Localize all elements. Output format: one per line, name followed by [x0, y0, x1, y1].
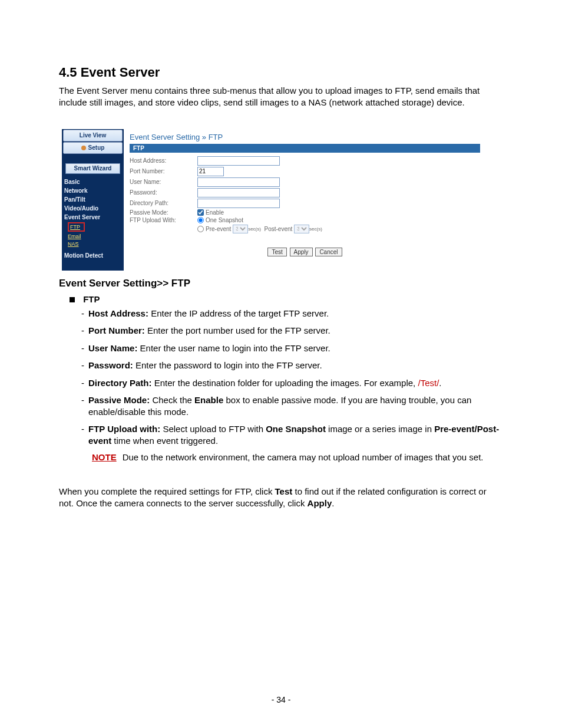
- intro-paragraph: The Event Server menu contains three sub…: [59, 85, 503, 109]
- content-panel: Event Server Setting » FTP FTP Host Addr…: [124, 129, 486, 271]
- label-host: Host Address:: [130, 157, 197, 164]
- page-number: - 34 -: [0, 695, 562, 704]
- test-button[interactable]: Test: [267, 248, 286, 256]
- radio-one-snapshot-label: One Snapshot: [206, 217, 243, 223]
- checkbox-passive-enable[interactable]: [197, 209, 204, 216]
- label-port: Port Number:: [130, 168, 197, 174]
- nav-network[interactable]: Network: [62, 186, 124, 195]
- secs-label-1: sec(s): [248, 226, 261, 232]
- nav-pan-tilt[interactable]: Pan/Tilt: [62, 195, 124, 204]
- label-user: User Name:: [130, 179, 197, 185]
- label-upload-with: FTP Upload With:: [130, 217, 197, 223]
- radio-postevent-label: Post-event: [264, 226, 292, 232]
- nav-video-audio[interactable]: Video/Audio: [62, 204, 124, 213]
- label-passive: Passive Mode:: [130, 209, 197, 216]
- item-password: Password: Enter the password to login in…: [81, 360, 503, 371]
- item-host: Host Address: Enter the IP address of th…: [81, 308, 503, 319]
- embedded-screenshot: Live View Setup Smart Wizard Basic Netwo…: [62, 129, 486, 271]
- closing-paragraph: When you complete the required settings …: [59, 486, 503, 510]
- cancel-button[interactable]: Cancel: [315, 248, 342, 256]
- nav-sub-nas[interactable]: NAS: [68, 240, 124, 248]
- nav-motion-detect[interactable]: Motion Detect: [62, 251, 124, 260]
- input-directory-path[interactable]: [197, 199, 280, 208]
- note-text: Due to the network environment, the came…: [123, 452, 484, 462]
- smart-wizard-button[interactable]: Smart Wizard: [65, 163, 120, 174]
- nav-basic[interactable]: Basic: [62, 177, 124, 186]
- tab-setup[interactable]: Setup: [63, 142, 123, 154]
- radio-preevent-label: Pre-event: [206, 226, 231, 232]
- item-directory: Directory Path: Enter the destination fo…: [81, 377, 503, 389]
- item-passive: Passive Mode: Check the Enable box to en…: [81, 394, 503, 417]
- nav-sub-ftp-link[interactable]: FTP: [70, 224, 80, 230]
- tab-live-view[interactable]: Live View: [63, 130, 123, 141]
- section-heading: 4.5 Event Server: [59, 65, 503, 80]
- input-password[interactable]: [197, 188, 280, 197]
- checkbox-passive-enable-label: Enable: [206, 209, 224, 216]
- bullet-ftp: FTP Host Address: Enter the IP address o…: [70, 294, 503, 463]
- note-label: NOTE: [92, 452, 117, 462]
- nav-sub-email[interactable]: Email: [68, 232, 124, 240]
- item-user: User Name: Enter the user name to login …: [81, 342, 503, 354]
- radio-pre-post-event[interactable]: [197, 226, 204, 232]
- button-bar: Test Apply Cancel: [130, 248, 480, 256]
- label-directory: Directory Path:: [130, 200, 197, 206]
- input-user-name[interactable]: [197, 177, 280, 187]
- select-postevent-seconds[interactable]: 3: [294, 225, 309, 233]
- sidebar: Live View Setup Smart Wizard Basic Netwo…: [62, 129, 124, 271]
- bullet-ftp-label: FTP: [83, 294, 100, 304]
- subsection-heading: Event Server Setting>> FTP: [59, 278, 503, 289]
- input-host-address[interactable]: [197, 156, 280, 166]
- apply-button[interactable]: Apply: [290, 248, 313, 256]
- label-password: Password:: [130, 189, 197, 196]
- select-preevent-seconds[interactable]: 3: [233, 225, 248, 233]
- note: NOTEDue to the network environment, the …: [92, 452, 503, 462]
- breadcrumb: Event Server Setting » FTP: [130, 133, 480, 141]
- input-port-number[interactable]: [197, 167, 224, 176]
- nav-sub-ftp[interactable]: FTP: [68, 222, 124, 232]
- secs-label-2: sec(s): [309, 226, 322, 232]
- item-upload-with: FTP Upload with: Select upload to FTP wi…: [81, 423, 503, 446]
- radio-one-snapshot[interactable]: [197, 217, 204, 223]
- item-port: Port Number: Enter the port number used …: [81, 325, 503, 337]
- section-header-ftp: FTP: [130, 144, 480, 153]
- nav-event-server[interactable]: Event Server: [62, 213, 124, 222]
